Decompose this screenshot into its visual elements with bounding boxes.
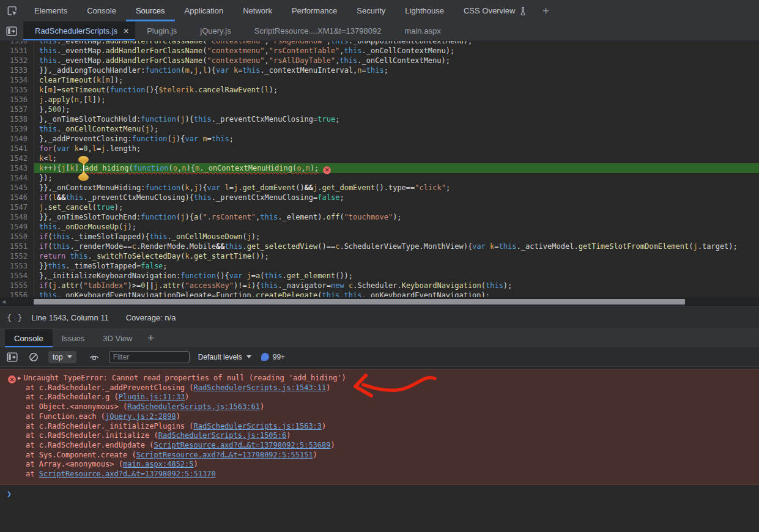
- code-token: _onContextMenuHiding: [53, 183, 141, 192]
- close-icon[interactable]: ✕: [123, 27, 129, 35]
- selection-handle-bottom[interactable]: [78, 174, 89, 181]
- show-console-sidebar-icon[interactable]: [7, 352, 18, 362]
- code-token: ;: [335, 115, 339, 124]
- console-filter-input[interactable]: [109, 351, 190, 363]
- line-number[interactable]: 1539: [0, 124, 34, 134]
- code-token: this: [194, 115, 212, 124]
- tab-performance[interactable]: Performance: [282, 0, 347, 21]
- stack-frame-text: ): [176, 412, 180, 421]
- code-token: i: [247, 281, 251, 290]
- source-link[interactable]: ScriptResource.axd?d…&t=13798092:5:51370: [39, 470, 216, 478]
- line-number[interactable]: 1530: [0, 41, 34, 46]
- tab-application[interactable]: Application: [175, 0, 234, 21]
- drawer-tab-issues[interactable]: Issues: [53, 329, 94, 347]
- clear-console-icon[interactable]: [29, 352, 39, 362]
- execution-context-selector[interactable]: top: [48, 351, 76, 363]
- code-token: this: [344, 291, 362, 297]
- file-tab-scriptresource-xm1-t-13798092[interactable]: ScriptResource....XM1&t=13798092: [243, 21, 393, 40]
- code-token: :: [128, 135, 132, 143]
- file-tab-radschedulerscripts-js[interactable]: RadSchedulerScripts.js✕: [23, 21, 135, 40]
- code-token: .: [282, 272, 286, 280]
- code-line-1533: 1533}},_addLongTouchHandler:function(m,j…: [0, 65, 759, 75]
- more-panels-button[interactable]: +: [536, 0, 555, 21]
- line-number[interactable]: 1549: [0, 222, 34, 232]
- line-number[interactable]: 1551: [0, 242, 34, 251]
- scrollbar-left-arrow-icon[interactable]: ◀: [2, 299, 6, 305]
- tab-network[interactable]: Network: [233, 0, 282, 21]
- line-number[interactable]: 1533: [0, 65, 34, 75]
- line-number[interactable]: 1545: [0, 183, 34, 193]
- tab-security[interactable]: Security: [347, 0, 395, 21]
- drawer-tab-3d-view[interactable]: 3D View: [94, 329, 141, 347]
- context-value: top: [53, 353, 63, 361]
- editor-horizontal-scrollbar[interactable]: ◀: [0, 297, 759, 306]
- line-number[interactable]: 1534: [0, 75, 34, 85]
- show-navigator-icon[interactable]: [0, 21, 23, 40]
- file-tab-jquery-js[interactable]: jQuery.js: [188, 21, 242, 40]
- line-number[interactable]: 1535: [0, 85, 34, 95]
- expand-triangle-icon[interactable]: ▶: [18, 375, 21, 381]
- file-tab-label: ScriptResource....XM1&t=13798092: [254, 26, 382, 35]
- source-link[interactable]: RadSchedulerScripts.js:1563:3: [194, 422, 322, 430]
- line-number[interactable]: 1548: [0, 212, 34, 222]
- scrollbar-thumb[interactable]: [34, 299, 685, 305]
- code-token: );: [393, 213, 401, 221]
- line-number[interactable]: 1554: [0, 271, 34, 281]
- selection-handle-top[interactable]: [78, 156, 89, 163]
- source-link[interactable]: RadSchedulerScripts.js:1563:61: [127, 402, 260, 411]
- issues-counter[interactable]: 99+: [261, 353, 285, 361]
- line-number[interactable]: 1538: [0, 114, 34, 124]
- code-token: m: [202, 135, 207, 143]
- code-token: _eventMap: [61, 41, 101, 45]
- tab-lighthouse[interactable]: Lighthouse: [395, 0, 454, 21]
- log-levels-dropdown[interactable]: Default levels: [198, 353, 251, 361]
- line-number[interactable]: 1537: [0, 105, 34, 114]
- console-toolbar: top Default levels 99+: [0, 347, 759, 367]
- line-number[interactable]: 1556: [0, 290, 34, 297]
- drawer-tab-console[interactable]: Console: [5, 329, 53, 347]
- create-live-expression-icon[interactable]: [89, 352, 100, 362]
- line-number[interactable]: 1531: [0, 46, 34, 56]
- line-number[interactable]: 1555: [0, 281, 34, 290]
- source-link[interactable]: RadSchedulerScripts.js:1543:11: [194, 383, 327, 392]
- line-number[interactable]: 1540: [0, 134, 34, 144]
- source-link[interactable]: ScriptResource.axd?d…&t=13798092:5:55151: [136, 451, 313, 459]
- line-number[interactable]: 1544: [0, 173, 34, 183]
- code-token: var: [57, 144, 70, 153]
- source-link[interactable]: Plugin.js:11:33: [119, 393, 185, 401]
- code-editor[interactable]: 1530this._eventMap.addHandlerForClassNam…: [0, 41, 759, 297]
- inspect-element-icon[interactable]: [0, 0, 24, 21]
- line-number[interactable]: 1536: [0, 95, 34, 105]
- source-link[interactable]: ScriptResource.axd?d…&t=13798092:5:53689: [154, 441, 331, 449]
- more-drawer-tabs-button[interactable]: +: [141, 329, 160, 347]
- line-number[interactable]: 1543: [0, 163, 34, 173]
- code-line-1538: 1538},_onTimeSlotTouchHold:function(j){t…: [0, 114, 759, 124]
- pretty-print-button[interactable]: { }: [7, 313, 23, 322]
- line-number[interactable]: 1550: [0, 232, 34, 242]
- line-number[interactable]: 1552: [0, 251, 34, 261]
- stack-frame: at c.RadScheduler.endUpdate (ScriptResou…: [0, 441, 759, 451]
- line-number[interactable]: 1541: [0, 144, 34, 153]
- tab-elements[interactable]: Elements: [24, 0, 77, 21]
- code-token: _onDocMouseUp: [61, 223, 119, 231]
- source-link[interactable]: RadSchedulerScripts.js:1505:6: [158, 431, 287, 440]
- tab-console[interactable]: Console: [77, 0, 126, 21]
- console-prompt[interactable]: ❯: [0, 489, 759, 498]
- file-tabbar-tabs: RadSchedulerScripts.js✕Plugin.jsjQuery.j…: [23, 21, 453, 40]
- file-tab-plugin-js[interactable]: Plugin.js: [135, 21, 188, 40]
- line-number[interactable]: 1547: [0, 202, 34, 212]
- line-number[interactable]: 1546: [0, 193, 34, 202]
- code-token: (: [48, 242, 52, 251]
- source-link[interactable]: main.aspx:4852:5: [123, 460, 194, 468]
- code-token: ){: [185, 115, 193, 124]
- line-number[interactable]: 1532: [0, 56, 34, 65]
- code-token: (: [48, 232, 52, 241]
- code-token: new: [331, 281, 344, 290]
- file-tab-main-aspx[interactable]: main.aspx: [393, 21, 452, 40]
- source-link[interactable]: jQuery.js:2:2898: [105, 412, 176, 421]
- tab-sources[interactable]: Sources: [126, 0, 175, 21]
- code-token: o: [173, 164, 177, 172]
- line-number[interactable]: 1553: [0, 261, 34, 271]
- line-number[interactable]: 1542: [0, 153, 34, 163]
- tab-css-overview[interactable]: CSS Overview: [454, 0, 537, 21]
